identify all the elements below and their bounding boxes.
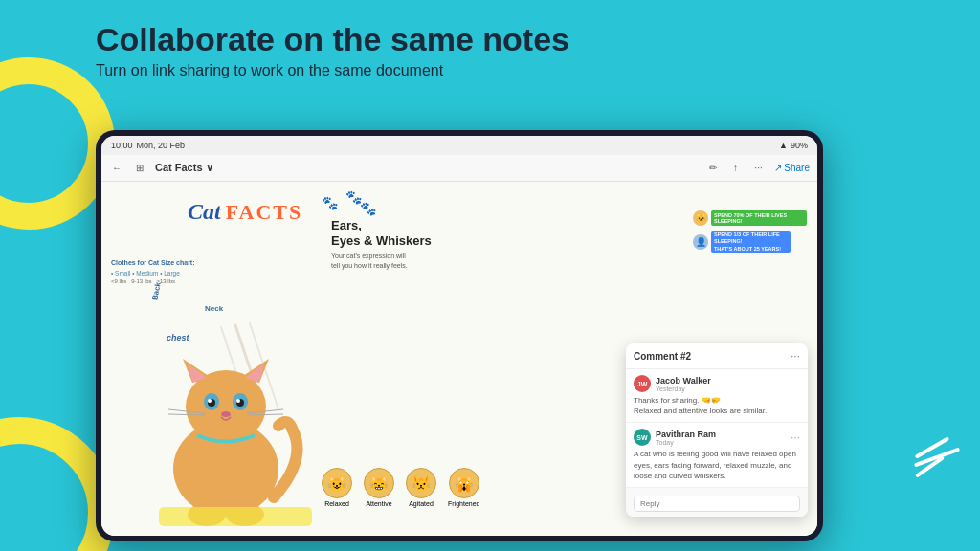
label-neck: Neck [205,304,223,313]
status-time: 10:00 [111,141,133,150]
signal-icon: ▲ [779,141,788,150]
header-section: Collaborate on the same notes Turn on li… [96,21,569,79]
back-button[interactable]: ← [109,161,124,176]
avatar-jacob: JW [634,375,651,392]
tablet-screen: 10:00 Mon, 20 Feb ▲ 90% ← ⊞ Cat Facts ∨ … [101,136,817,536]
battery-level: 90% [791,141,808,150]
status-left: 10:00 Mon, 20 Feb [111,141,185,150]
comment-time-1: Yesterday [656,386,711,392]
comment-user-info-1: Jacob Walker Yesterday [656,376,711,392]
content-area: Cat FACTS 🐾 🐾 🐾 Clothes for Cat Size cha… [101,182,817,536]
svg-rect-22 [159,507,312,526]
ears-section: Ears,Eyes & Whiskers Your cat's expressi… [331,218,503,271]
app-toolbar: ← ⊞ Cat Facts ∨ ✏ ↑ ··· ↗ Share [101,155,817,182]
svg-point-14 [236,399,240,403]
stat-label-2: SPEND 1/3 OF THEIR LIFE SLEEPING!THAT'S … [714,231,788,252]
svg-point-15 [221,411,231,417]
grid-button[interactable]: ⊞ [132,161,147,176]
stat-cat-avatar-1: 🐱 [693,210,708,226]
comment-user-row-1: JW Jacob Walker Yesterday [634,375,800,392]
note-cat-facts-title: Cat FACTS [188,199,302,225]
stat-bar-1: SPEND 70% OF THEIR LIVES SLEEPING! [711,210,817,226]
comment-username-1: Jacob Walker [656,376,711,386]
stat-bar-fill-1: SPEND 70% OF THEIR LIVES SLEEPING! [711,210,807,226]
comment-more-icon-2[interactable]: ··· [791,430,800,444]
export-icon[interactable]: ↑ [728,161,744,176]
comment-panel: Comment #2 ··· JW Jacob Walker Yesterday [626,343,808,517]
size-chart-title: Clothes for Cat Size chart: [111,258,195,269]
label-back: Back [150,281,162,300]
label-chest: chest [167,333,189,342]
ears-desc: Your cat's expression willtell you how i… [331,252,503,271]
cat-face-relaxed: 😺 Relaxed [322,468,352,507]
comment-user-row-2: SW Pavithran Ram Today ··· [634,429,800,446]
cat-face-attentive-label: Attentive [364,500,394,507]
tablet-device: 10:00 Mon, 20 Feb ▲ 90% ← ⊞ Cat Facts ∨ … [96,130,823,541]
cat-face-agitated-label: Agitated [406,500,436,507]
cat-faces-row: 😺 Relaxed 😸 Attentive 😾 Agitated 🙀 Frigh… [322,468,479,507]
share-button[interactable]: ↗ Share [774,163,810,173]
note-title-facts: FACTS [226,200,303,225]
ears-title: Ears,Eyes & Whiskers [331,218,503,248]
stat-bar-fill-2: SPEND 1/3 OF THEIR LIFE SLEEPING!THAT'S … [711,231,791,253]
paw-print-3: 🐾 [360,201,376,216]
comment-username-2: Pavithran Ram [656,430,716,439]
comment-reply-area [626,488,808,517]
size-chart-labels: • Small • Medium • Large [111,269,195,278]
paw-print-1: 🐾 [322,195,338,210]
cat-face-frightened-icon: 🙀 [449,468,479,498]
stats-section: 🐱 SPEND 70% OF THEIR LIVES SLEEPING! 👤 [693,210,817,253]
stat-human-avatar-2: 👤 [693,234,708,250]
cat-face-attentive-icon: 😸 [364,468,394,498]
page-headline: Collaborate on the same notes [96,21,569,58]
comment-header-more-icon[interactable]: ··· [791,349,800,363]
note-content: Cat FACTS 🐾 🐾 🐾 Clothes for Cat Size cha… [101,182,817,536]
pen-icon[interactable]: ✏ [705,161,721,176]
comment-item-1: JW Jacob Walker Yesterday Thanks for sha… [626,369,808,423]
stat-item-1: 🐱 SPEND 70% OF THEIR LIVES SLEEPING! [693,210,817,226]
comment-item-2: SW Pavithran Ram Today ··· A cat who is … [626,423,808,488]
cat-face-agitated: 😾 Agitated [406,468,436,507]
note-title-cat: Cat [188,199,221,225]
comment-time-2: Today [656,439,716,446]
comment-user-info-2: Pavithran Ram Today [656,430,716,446]
more-options-icon[interactable]: ··· [751,161,767,176]
status-date: Mon, 20 Feb [137,141,186,150]
avatar-pavithran: SW [634,429,651,446]
cat-face-frightened-label: Frightened [448,500,479,507]
comment-text-1: Thanks for sharing. 🤜🤛Relaxed and attent… [634,395,800,416]
cat-illustration [140,316,331,526]
stat-item-2: 👤 SPEND 1/3 OF THEIR LIFE SLEEPING!THAT'… [693,231,817,253]
cat-face-attentive: 😸 Attentive [364,468,394,507]
comment-panel-title: Comment #2 [634,351,691,362]
comment-text-2: A cat who is feeling good will have rela… [634,449,800,481]
decorative-lines-right [913,440,961,474]
status-bar: 10:00 Mon, 20 Feb ▲ 90% [101,136,817,155]
stat-label-1: SPEND 70% OF THEIR LIVES SLEEPING! [714,212,804,224]
cat-face-relaxed-icon: 😺 [322,468,352,498]
cat-face-relaxed-label: Relaxed [322,500,352,507]
status-right: ▲ 90% [779,141,808,150]
toolbar-actions: ✏ ↑ ··· ↗ Share [705,161,810,176]
comment-header: Comment #2 ··· [626,343,808,369]
svg-point-13 [208,399,212,403]
page-subheadline: Turn on link sharing to work on the same… [96,62,569,79]
reply-input[interactable] [634,496,800,512]
stat-bar-2: SPEND 1/3 OF THEIR LIFE SLEEPING!THAT'S … [711,231,817,253]
cat-face-frightened: 🙀 Frightened [448,468,479,507]
cat-face-agitated-icon: 😾 [406,468,436,498]
document-title: Cat Facts ∨ [155,162,698,174]
